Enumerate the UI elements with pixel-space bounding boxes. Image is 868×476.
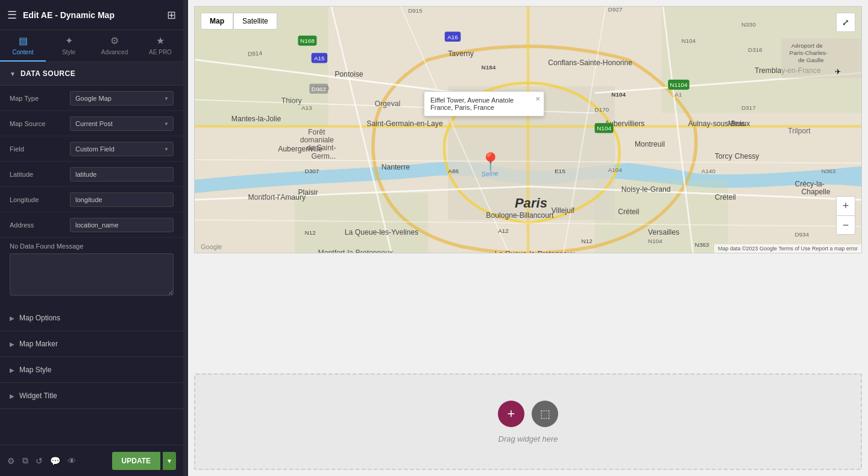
svg-text:N12: N12 bbox=[304, 229, 316, 236]
svg-text:Germ...: Germ... bbox=[312, 152, 336, 160]
address-control bbox=[70, 218, 174, 232]
add-widget-button[interactable]: + bbox=[498, 401, 524, 427]
svg-text:A12: A12 bbox=[498, 227, 509, 234]
widget-library-button[interactable]: ⬚ bbox=[532, 401, 558, 427]
tab-style[interactable]: ✦ Style bbox=[46, 30, 92, 62]
latitude-input[interactable] bbox=[70, 167, 174, 182]
google-logo: Google bbox=[201, 243, 222, 250]
map-style-header[interactable]: ▶ Map Style bbox=[0, 357, 183, 382]
popup-close-icon[interactable]: × bbox=[535, 94, 540, 103]
svg-text:Boulogne-Billancourt: Boulogne-Billancourt bbox=[486, 211, 554, 220]
svg-text:A13: A13 bbox=[301, 104, 312, 111]
map-options-header[interactable]: ▶ Map Options bbox=[0, 305, 183, 331]
drag-widget-text: Drag widget here bbox=[498, 434, 558, 443]
update-arrow-button[interactable]: ▾ bbox=[163, 452, 176, 470]
map-source-select-wrapper: Current Post bbox=[70, 116, 174, 131]
svg-text:Plaisir: Plaisir bbox=[298, 188, 318, 197]
layers-icon[interactable]: ⧉ bbox=[22, 455, 28, 466]
svg-text:Conflans-Sainte-Honorine: Conflans-Sainte-Honorine bbox=[548, 59, 632, 67]
svg-text:A140: A140 bbox=[702, 168, 716, 174]
svg-text:N104: N104 bbox=[611, 91, 626, 98]
svg-text:N168: N168 bbox=[300, 37, 315, 44]
zoom-out-button[interactable]: − bbox=[836, 215, 855, 235]
tab-advanced-label: Advanced bbox=[101, 49, 128, 56]
longitude-input[interactable] bbox=[70, 192, 174, 207]
grid-icon[interactable]: ⊞ bbox=[167, 8, 176, 22]
settings-icon[interactable]: ⚙ bbox=[7, 456, 15, 466]
data-source-chevron: ▼ bbox=[10, 71, 16, 77]
svg-text:Crécy-la-: Crécy-la- bbox=[794, 180, 824, 188]
latitude-row: Latitude bbox=[0, 162, 183, 187]
svg-text:Aulnay-sous-Bois: Aulnay-sous-Bois bbox=[688, 119, 745, 128]
widget-title-header[interactable]: ▶ Widget Title bbox=[0, 383, 183, 408]
svg-text:A15: A15 bbox=[314, 55, 325, 62]
tab-content-label: Content bbox=[12, 49, 33, 56]
map-tab-satellite[interactable]: Satellite bbox=[233, 13, 277, 30]
svg-text:Chessy: Chessy bbox=[735, 152, 760, 160]
tab-ae-pro[interactable]: ★ AE PRO bbox=[137, 30, 183, 62]
map-source-control: Current Post bbox=[70, 116, 174, 131]
svg-text:N104: N104 bbox=[648, 238, 662, 244]
widget-title-title: Widget Title bbox=[19, 392, 57, 400]
address-input[interactable] bbox=[70, 218, 174, 232]
map-marker-arrow: ▶ bbox=[10, 341, 14, 347]
field-row: Field Custom Field bbox=[0, 136, 183, 162]
svg-text:Taverny: Taverny bbox=[448, 49, 474, 58]
comments-icon[interactable]: 💬 bbox=[50, 456, 60, 466]
map-options-arrow: ▶ bbox=[10, 315, 14, 322]
map-type-select[interactable]: Google Map bbox=[70, 91, 174, 106]
svg-text:A1: A1 bbox=[675, 91, 682, 98]
map-marker-header[interactable]: ▶ Map Marker bbox=[0, 331, 183, 357]
resize-handle[interactable]: ⋮ bbox=[183, 0, 188, 476]
tab-ae-pro-label: AE PRO bbox=[149, 49, 172, 56]
svg-text:D914: D914 bbox=[248, 49, 263, 57]
svg-text:de Gaulle: de Gaulle bbox=[798, 57, 824, 63]
map-attribution: Map data ©2023 Google Terms of Use Repor… bbox=[714, 244, 861, 253]
svg-text:N104: N104 bbox=[681, 37, 696, 44]
longitude-control bbox=[70, 192, 174, 207]
popup-text: Eiffel Tower, Avenue Anatole France, Par… bbox=[430, 97, 514, 111]
svg-text:Thiory: Thiory bbox=[281, 97, 303, 105]
bottom-icons: ⚙ ⧉ ↺ 💬 👁 bbox=[7, 455, 76, 466]
field-label: Field bbox=[10, 145, 70, 153]
map-source-select[interactable]: Current Post bbox=[70, 116, 174, 131]
svg-text:de Saint-: de Saint- bbox=[307, 144, 336, 152]
map-pin: 📍 bbox=[479, 151, 502, 173]
bottom-right: UPDATE ▾ bbox=[112, 452, 176, 470]
data-source-section-header[interactable]: ▼ Data Source bbox=[0, 62, 183, 86]
svg-text:A86: A86 bbox=[448, 168, 459, 174]
left-panel: ☰ Edit AE - Dynamic Map ⊞ ▤ Content ✦ St… bbox=[0, 0, 183, 476]
update-button[interactable]: UPDATE bbox=[112, 452, 160, 470]
tab-content[interactable]: ▤ Content bbox=[0, 30, 46, 62]
panel-header: ☰ Edit AE - Dynamic Map ⊞ bbox=[0, 0, 183, 30]
svg-text:N330: N330 bbox=[741, 21, 756, 28]
map-marker-title: Map Marker bbox=[19, 340, 58, 348]
eye-icon[interactable]: 👁 bbox=[68, 456, 76, 466]
latitude-label: Latitude bbox=[10, 171, 70, 178]
fullscreen-button[interactable]: ⤢ bbox=[836, 13, 855, 32]
map-tab-map[interactable]: Map bbox=[201, 13, 233, 30]
svg-text:Paris: Paris bbox=[515, 195, 547, 211]
hamburger-icon[interactable]: ☰ bbox=[7, 8, 17, 22]
data-source-title: Data Source bbox=[20, 69, 75, 78]
dropzone-buttons: + ⬚ bbox=[498, 401, 558, 427]
panel-content: ▼ Data Source Map Type Google Map Map So… bbox=[0, 62, 183, 476]
svg-text:A104: A104 bbox=[608, 167, 623, 173]
field-control: Custom Field bbox=[70, 142, 174, 156]
svg-text:Créteil: Créteil bbox=[618, 208, 639, 216]
svg-text:Montreuil: Montreuil bbox=[635, 140, 665, 148]
field-select[interactable]: Custom Field bbox=[70, 142, 174, 156]
address-label: Address bbox=[10, 221, 70, 229]
map-style-title: Map Style bbox=[19, 366, 51, 374]
svg-text:Villejuif: Villejuif bbox=[552, 206, 575, 215]
no-data-textarea[interactable] bbox=[10, 253, 174, 296]
svg-text:D927: D927 bbox=[608, 7, 623, 13]
tab-advanced[interactable]: ⚙ Advanced bbox=[92, 30, 137, 62]
zoom-in-button[interactable]: + bbox=[836, 196, 855, 215]
history-icon[interactable]: ↺ bbox=[36, 456, 43, 466]
svg-text:D934: D934 bbox=[794, 231, 809, 238]
svg-text:A16: A16 bbox=[447, 34, 458, 40]
svg-text:domaniale: domaniale bbox=[300, 136, 334, 144]
svg-text:Forêt: Forêt bbox=[308, 128, 326, 136]
svg-text:E15: E15 bbox=[555, 168, 565, 174]
